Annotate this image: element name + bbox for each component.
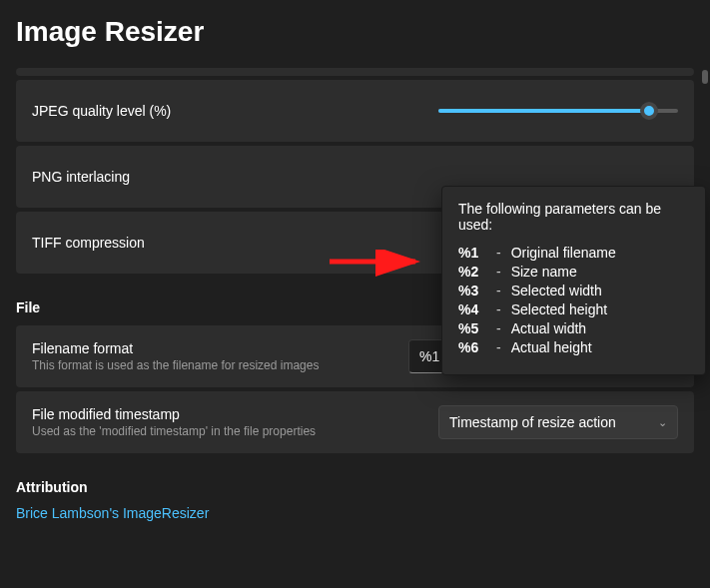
timestamp-dropdown-value: Timestamp of resize action	[449, 414, 616, 430]
jpeg-quality-row: JPEG quality level (%)	[16, 80, 694, 142]
jpeg-quality-slider[interactable]	[438, 109, 678, 113]
timestamp-row: File modified timestamp Used as the 'mod…	[16, 391, 694, 453]
attribution-link[interactable]: Brice Lambson's ImageResizer	[16, 505, 694, 521]
png-interlacing-label: PNG interlacing	[32, 169, 438, 185]
filename-params-tooltip: The following parameters can be used: %1…	[441, 186, 706, 375]
tooltip-param-row: %5-Actual width	[458, 320, 689, 336]
tooltip-param-key: %4	[458, 301, 486, 317]
tooltip-param-desc: Actual height	[511, 339, 592, 355]
filename-format-sub: This format is used as the filename for …	[32, 358, 408, 372]
section-attribution: Attribution	[16, 479, 694, 495]
tooltip-param-desc: Size name	[511, 264, 577, 280]
tiff-compression-label: TIFF compression	[32, 235, 438, 251]
panel-collapsed-top	[16, 68, 694, 76]
tooltip-param-desc: Selected height	[511, 301, 608, 317]
filename-format-label: Filename format	[32, 340, 408, 356]
tooltip-param-key: %6	[458, 339, 486, 355]
tooltip-param-row: %2-Size name	[458, 264, 689, 280]
tooltip-param-desc: Original filename	[511, 245, 616, 261]
chevron-down-icon: ⌄	[658, 416, 667, 429]
tooltip-param-key: %5	[458, 320, 486, 336]
tooltip-param-row: %4-Selected height	[458, 301, 689, 317]
tooltip-param-row: %6-Actual height	[458, 339, 689, 355]
page-title: Image Resizer	[0, 0, 710, 68]
tooltip-param-key: %1	[458, 245, 486, 261]
annotation-arrow	[328, 250, 427, 280]
tooltip-param-key: %2	[458, 264, 486, 280]
tooltip-title: The following parameters can be used:	[458, 201, 689, 233]
timestamp-dropdown[interactable]: Timestamp of resize action ⌄	[438, 405, 678, 439]
timestamp-sub: Used as the 'modified timestamp' in the …	[32, 424, 438, 438]
jpeg-quality-label: JPEG quality level (%)	[32, 103, 438, 119]
vertical-scrollbar[interactable]	[702, 70, 708, 84]
tooltip-param-row: %1-Original filename	[458, 245, 689, 261]
tooltip-param-desc: Actual width	[511, 320, 586, 336]
timestamp-label: File modified timestamp	[32, 406, 438, 422]
tooltip-param-row: %3-Selected width	[458, 283, 689, 298]
tooltip-param-desc: Selected width	[511, 283, 602, 298]
tooltip-param-key: %3	[458, 283, 486, 298]
